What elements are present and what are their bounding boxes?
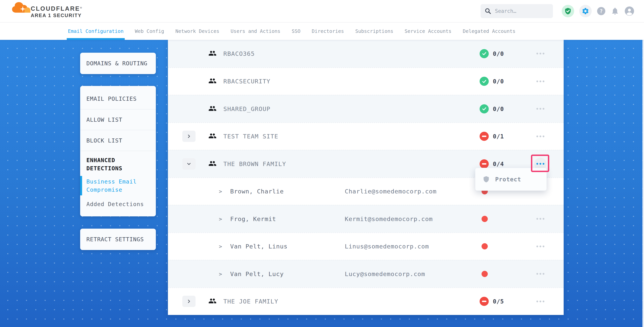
tab-sso[interactable]: SSO bbox=[292, 22, 300, 40]
member-chevron[interactable]: > bbox=[219, 216, 222, 222]
protection-count: 0/0 bbox=[493, 50, 504, 57]
tab-directories[interactable]: Directories bbox=[312, 22, 344, 40]
sidebar-item-business-email-compromise[interactable]: Business Email Compromise bbox=[80, 174, 156, 197]
search-icon bbox=[484, 7, 492, 14]
expand-toggle-button[interactable] bbox=[182, 296, 196, 307]
tab-users-and-actions[interactable]: Users and Actions bbox=[230, 22, 280, 40]
sidebar-item-label: ALLOW LIST bbox=[86, 116, 122, 123]
sidebar-item-label: EMAIL POLICIES bbox=[86, 95, 136, 102]
notifications-bell-icon bbox=[611, 7, 619, 15]
protection-count: 0/4 bbox=[493, 160, 504, 167]
groups-table: RBACO365 0/0 RBACSECURITY 0/0 bbox=[168, 40, 564, 315]
sidebar: DOMAINS & ROUTING EMAIL POLICIES ALLOW L… bbox=[80, 40, 156, 250]
notifications-button[interactable] bbox=[611, 7, 619, 15]
tab-email-configuration[interactable]: Email Configuration bbox=[68, 22, 124, 40]
member-row-van-pelt-linus: > Van Pelt, Linus Linus@somedemocorp.com bbox=[168, 233, 564, 260]
chevron-right-icon bbox=[186, 299, 192, 304]
group-icon bbox=[208, 49, 216, 58]
expand-toggle-button[interactable] bbox=[182, 158, 196, 170]
tab-delegated-accounts[interactable]: Delegated Accounts bbox=[463, 22, 516, 40]
group-row-test-team-site: TEST TEAM SITE 0/1 bbox=[168, 122, 564, 150]
check-icon bbox=[481, 106, 487, 112]
tab-label: Network Devices bbox=[176, 28, 220, 34]
sidebar-item-enhanced-detections[interactable]: ENHANCED DETECTIONS bbox=[80, 151, 156, 174]
tab-subscriptions[interactable]: Subscriptions bbox=[355, 22, 394, 40]
group-icon bbox=[208, 132, 216, 141]
minus-icon bbox=[482, 136, 486, 137]
expand-toggle-button[interactable] bbox=[182, 131, 196, 142]
row-menu-button[interactable] bbox=[534, 75, 546, 87]
member-chevron[interactable]: > bbox=[219, 188, 222, 194]
user-avatar-icon bbox=[624, 6, 634, 16]
minus-icon bbox=[482, 301, 486, 302]
sidebar-item-allow-list[interactable]: ALLOW LIST bbox=[80, 109, 156, 130]
page-background: DOMAINS & ROUTING EMAIL POLICIES ALLOW L… bbox=[0, 40, 644, 327]
tab-label: Email Configuration bbox=[68, 28, 124, 34]
member-status-dot bbox=[482, 243, 488, 249]
member-email: Charlie@somedemocorp.com bbox=[345, 188, 436, 195]
member-status-dot bbox=[482, 216, 488, 222]
status-icon bbox=[480, 159, 489, 168]
shield-icon bbox=[483, 176, 490, 183]
member-chevron[interactable]: > bbox=[219, 243, 222, 249]
tab-web-config[interactable]: Web Config bbox=[135, 22, 164, 40]
group-name: THE JOE FAMILY bbox=[223, 298, 278, 305]
row-menu-button[interactable] bbox=[534, 213, 546, 225]
search-box[interactable] bbox=[480, 4, 553, 18]
tab-label: Service Accounts bbox=[405, 28, 452, 34]
ellipsis-icon bbox=[536, 301, 538, 302]
tab-service-accounts[interactable]: Service Accounts bbox=[405, 22, 452, 40]
member-chevron[interactable]: > bbox=[219, 271, 222, 277]
context-menu-item-protect[interactable]: Protect bbox=[475, 176, 546, 183]
sidebar-card-retract-settings[interactable]: RETRACT SETTINGS bbox=[80, 229, 156, 250]
group-icon bbox=[208, 104, 216, 113]
row-context-menu: Protect bbox=[475, 168, 547, 191]
sidebar-item-added-detections[interactable]: Added Detections bbox=[80, 197, 156, 211]
status-icon bbox=[480, 77, 489, 86]
row-menu-button[interactable] bbox=[534, 295, 546, 308]
app-window: CLOUDFLARE® AREA 1 SECURITY bbox=[0, 0, 644, 327]
topbar-right-cluster: ? bbox=[480, 4, 644, 18]
group-icon bbox=[208, 159, 216, 168]
sidebar-item-block-list[interactable]: BLOCK LIST bbox=[80, 130, 156, 151]
cloudflare-logo[interactable]: CLOUDFLARE® AREA 1 SECURITY bbox=[11, 0, 78, 22]
help-button[interactable]: ? bbox=[597, 6, 606, 15]
member-name: Frog, Kermit bbox=[230, 215, 276, 222]
sidebar-card-domains-routing[interactable]: DOMAINS & ROUTING bbox=[80, 53, 156, 74]
check-icon bbox=[481, 51, 487, 56]
group-row-rbacsecurity: RBACSECURITY 0/0 bbox=[168, 67, 564, 95]
row-menu-button[interactable] bbox=[534, 240, 546, 253]
security-status-button[interactable] bbox=[562, 5, 574, 17]
sidebar-item-email-policies[interactable]: EMAIL POLICIES bbox=[80, 88, 156, 109]
row-menu-button[interactable] bbox=[534, 47, 546, 60]
svg-text:?: ? bbox=[600, 8, 603, 14]
help-icon: ? bbox=[597, 6, 606, 15]
settings-button[interactable] bbox=[579, 5, 592, 17]
group-name: THE BROWN FAMILY bbox=[223, 160, 286, 167]
row-menu-button[interactable] bbox=[534, 103, 546, 115]
tab-label: SSO bbox=[292, 28, 300, 34]
tab-label: Users and Actions bbox=[230, 28, 280, 34]
brand-name: CLOUDFLARE® bbox=[31, 5, 82, 12]
member-name: Van Pelt, Linus bbox=[230, 243, 288, 250]
protection-count: 0/5 bbox=[493, 298, 504, 305]
sidebar-item-label: BLOCK LIST bbox=[86, 137, 122, 144]
status-icon bbox=[480, 49, 489, 58]
ellipsis-icon bbox=[536, 80, 538, 82]
group-name: RBACO365 bbox=[223, 50, 255, 57]
user-menu-button[interactable] bbox=[624, 6, 634, 16]
row-menu-button[interactable] bbox=[534, 130, 546, 142]
ellipsis-icon bbox=[536, 218, 538, 220]
sidebar-item-label: Business Email Compromise bbox=[86, 178, 151, 194]
sidebar-item-label: Added Detections bbox=[86, 200, 144, 208]
ellipsis-icon bbox=[536, 53, 538, 54]
protection-count: 0/0 bbox=[493, 105, 504, 112]
tab-network-devices[interactable]: Network Devices bbox=[176, 22, 220, 40]
context-menu-item-label: Protect bbox=[495, 176, 521, 183]
scrollbar[interactable] bbox=[642, 40, 644, 327]
sidebar-item-label: ENHANCED DETECTIONS bbox=[86, 156, 151, 172]
row-menu-button[interactable] bbox=[534, 268, 546, 280]
search-input[interactable] bbox=[494, 8, 543, 14]
brand-product: AREA 1 SECURITY bbox=[31, 13, 82, 18]
top-bar: CLOUDFLARE® AREA 1 SECURITY bbox=[0, 0, 644, 22]
